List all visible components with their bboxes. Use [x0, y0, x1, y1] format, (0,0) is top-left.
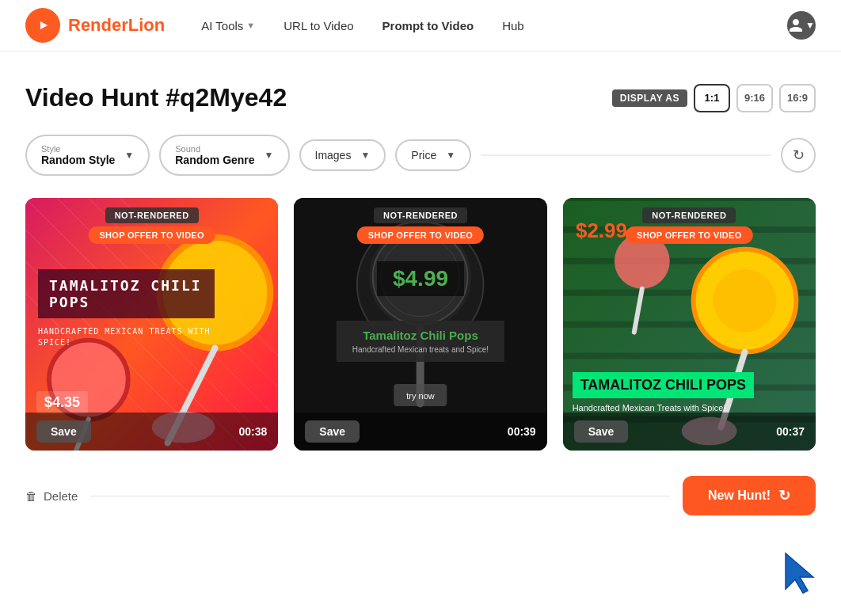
sound-filter[interactable]: Sound Random Genre ▼ — [159, 135, 289, 176]
images-filter[interactable]: Images ▼ — [299, 139, 386, 171]
title-row: Video Hunt #q2Mye42 DISPLAY AS 1:1 9:16 … — [25, 83, 816, 112]
card-3-shop-offer-badge: SHOP OFFER TO VIDEO — [626, 226, 752, 244]
refresh-button[interactable]: ↻ — [781, 138, 816, 173]
card-3-title: Tamalitoz Chili Pops — [580, 377, 746, 393]
logo-text: RenderLion — [68, 15, 165, 36]
style-filter[interactable]: Style Random Style ▼ — [25, 135, 150, 176]
video-card-3[interactable]: $2.99 NOT-RENDERED SHOP OFFER TO VIDEO T… — [563, 198, 816, 451]
card-2-title: Tamalitoz Chili Pops — [352, 329, 489, 342]
card-2-save-button[interactable]: Save — [305, 420, 360, 443]
footer-row: 🗑 Delete New Hunt! ↻ — [25, 476, 816, 515]
ratio-9-16[interactable]: 9:16 — [736, 84, 773, 112]
card-3-subtitle: Handcrafted Mexican Treats with Spice! — [573, 403, 806, 413]
card-2-price: $4.99 — [393, 266, 448, 291]
card-3-save-button[interactable]: Save — [574, 420, 629, 443]
card-2-bottom: Save 00:39 — [294, 413, 546, 451]
page-title: Video Hunt #q2Mye42 — [25, 83, 287, 112]
trash-icon: 🗑 — [25, 489, 37, 503]
footer-divider — [90, 496, 670, 496]
card-3-bottom: Save 00:37 — [563, 413, 816, 451]
filter-divider — [481, 154, 771, 156]
main-content: Video Hunt #q2Mye42 DISPLAY AS 1:1 9:16 … — [0, 51, 841, 541]
user-dropdown-arrow: ▼ — [805, 20, 815, 31]
new-hunt-refresh-icon: ↻ — [778, 487, 790, 504]
price-filter[interactable]: Price ▼ — [395, 139, 471, 171]
display-as-group: DISPLAY AS 1:1 9:16 16:9 — [612, 84, 816, 112]
ratio-1-1[interactable]: 1:1 — [694, 84, 730, 112]
card-2-duration: 00:39 — [508, 425, 536, 438]
ai-tools-arrow: ▼ — [246, 21, 255, 30]
delete-button[interactable]: 🗑 Delete — [25, 489, 78, 503]
card-1-title-box: TAMALITOZ CHILI POPS — [38, 269, 215, 318]
refresh-icon: ↻ — [793, 146, 805, 164]
logo-icon — [25, 8, 60, 43]
nav-links: AI Tools ▼ URL to Video Prompt to Video … — [190, 13, 535, 39]
nav-ai-tools[interactable]: AI Tools ▼ — [190, 13, 266, 39]
new-hunt-button[interactable]: New Hunt! ↻ — [683, 476, 816, 515]
video-card-1[interactable]: TAMALITOZ CHILI POPS HANDCRAFTED MEXICAN… — [25, 198, 278, 451]
card-1-shop-offer-badge: SHOP OFFER TO VIDEO — [88, 226, 215, 244]
svg-point-29 — [713, 269, 776, 333]
card-1-not-rendered-badge: NOT-RENDERED — [105, 207, 199, 223]
navbar-right: ▼ — [787, 11, 816, 40]
logo[interactable]: RenderLion — [25, 8, 165, 43]
filters-row: Style Random Style ▼ Sound Random Genre … — [25, 135, 816, 176]
navbar-left: RenderLion AI Tools ▼ URL to Video Promp… — [25, 8, 535, 43]
card-3-not-rendered-badge: NOT-RENDERED — [642, 207, 736, 223]
user-avatar[interactable]: ▼ — [787, 11, 816, 40]
card-1-save-button[interactable]: Save — [36, 420, 91, 443]
price-arrow: ▼ — [446, 150, 455, 161]
card-2-shop-offer-badge: SHOP OFFER TO VIDEO — [357, 226, 484, 244]
card-2-subtitle: Handcrafted Mexican treats and Spice! — [352, 345, 489, 354]
card-3-duration: 00:37 — [776, 425, 805, 438]
card-1-bottom: Save 00:38 — [25, 413, 278, 451]
card-2-not-rendered-badge: NOT-RENDERED — [374, 207, 467, 223]
card-1-duration: 00:38 — [239, 425, 268, 438]
card-1-subtitle: HANDCRAFTED MEXICAN TREATS WITH SPICE! — [38, 326, 215, 348]
nav-hub[interactable]: Hub — [491, 13, 535, 39]
navbar: RenderLion AI Tools ▼ URL to Video Promp… — [0, 0, 841, 51]
card-1-title: TAMALITOZ CHILI POPS — [49, 277, 204, 310]
nav-url-to-video[interactable]: URL to Video — [272, 13, 364, 39]
style-arrow: ▼ — [124, 150, 134, 161]
video-grid: TAMALITOZ CHILI POPS HANDCRAFTED MEXICAN… — [25, 198, 816, 451]
ratio-16-9[interactable]: 16:9 — [779, 84, 816, 112]
svg-text:$2.99: $2.99 — [576, 219, 627, 241]
sound-arrow: ▼ — [264, 150, 274, 161]
nav-prompt-to-video[interactable]: Prompt to Video — [371, 13, 485, 39]
display-as-label: DISPLAY AS — [612, 89, 687, 107]
card-1-price: $4.35 — [36, 391, 88, 414]
images-arrow: ▼ — [360, 150, 370, 161]
video-card-2[interactable]: NOT-RENDERED SHOP OFFER TO VIDEO $4.99 T… — [294, 198, 546, 451]
card-2-try-btn: try now — [406, 391, 434, 401]
